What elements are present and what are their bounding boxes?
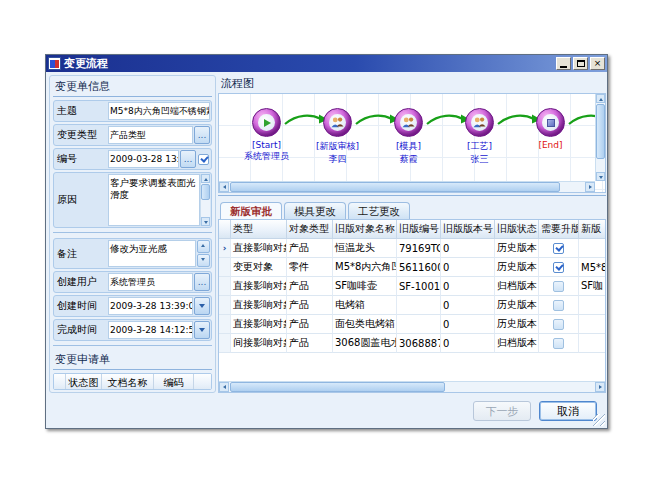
upgrade-checkbox[interactable] (553, 262, 564, 273)
spin-down-icon[interactable] (197, 254, 210, 267)
maximize-button[interactable] (573, 57, 588, 70)
field-reason: 原因 客户要求调整表面光滑度 (53, 172, 212, 228)
impact-table: 类型 对象类型 旧版对象名称 旧版编号 旧版版本号 旧版状态 需要升版 新版 ›… (218, 219, 606, 393)
upgrade-checkbox[interactable] (553, 338, 564, 349)
flow-node[interactable]: [模具] 蔡霞 (373, 108, 444, 166)
minimize-button[interactable] (556, 57, 571, 70)
upgrade-checkbox[interactable] (553, 319, 564, 330)
remark-textarea[interactable]: 修改为亚光感 (108, 240, 196, 267)
cell-old-status: 历史版本 (495, 239, 539, 258)
flow-node[interactable]: [End] (515, 108, 586, 166)
header-type[interactable]: 类型 (231, 220, 287, 239)
header-old-status[interactable]: 旧版状态 (495, 220, 539, 239)
flow-node[interactable]: [新版审核] 李四 (302, 108, 373, 166)
create-time-dropdown-button[interactable] (194, 297, 210, 315)
header-code[interactable]: 编码 (154, 374, 194, 390)
scroll-track[interactable] (596, 103, 605, 172)
scroll-track[interactable] (229, 382, 595, 392)
cell-obj-type: 产品 (287, 277, 333, 296)
flow-chart-title: 流程图 (218, 75, 606, 93)
titlebar[interactable]: 变更流程 × (46, 55, 607, 72)
scroll-thumb[interactable] (596, 104, 605, 159)
close-button[interactable]: × (590, 57, 605, 70)
finish-time-dropdown-button[interactable] (194, 321, 210, 339)
flow-node-ball (252, 108, 281, 137)
cancel-button[interactable]: 取消 (539, 401, 597, 421)
cell-obj-type: 产品 (287, 334, 333, 353)
scroll-down-icon[interactable] (201, 217, 210, 226)
table-row[interactable]: › 直接影响对象 产品 恒温龙头 79169TC 0 历史版本 (219, 239, 605, 258)
header-status-icon[interactable]: 状态图 (66, 374, 102, 390)
remark-label: 备注 (55, 240, 108, 267)
reason-textarea[interactable]: 客户要求调整表面光滑度 (108, 174, 200, 226)
change-info-panel: 变更单信息 主题 M5*8内六角凹端不锈钢紧固螺钉 变更类型 产品类型 ... … (49, 75, 216, 393)
header-new-name[interactable]: 新版 (579, 220, 606, 239)
field-create-user: 创建用户 系统管理员 ... (53, 271, 212, 293)
header-old-code[interactable]: 旧版编号 (397, 220, 441, 239)
table-row[interactable]: 直接影响对象 产品 面包类电烤箱 0 历史版本 (219, 315, 605, 334)
header-clipped (194, 374, 212, 390)
create-time-input[interactable]: 2009-3-28 13:39:01 (108, 297, 193, 315)
finish-time-input[interactable]: 2009-3-28 14:12:50 (108, 321, 193, 339)
resize-grip[interactable] (593, 414, 605, 426)
cell-old-ver: 0 (441, 334, 495, 353)
flow-nodes: [Start] 系统管理员 (231, 108, 586, 166)
change-type-picker-button[interactable]: ... (194, 126, 210, 144)
scroll-thumb[interactable] (201, 184, 210, 200)
tab[interactable]: 工艺更改 (348, 202, 410, 219)
create-user-picker-button[interactable]: ... (194, 273, 210, 291)
client-area: 变更单信息 主题 M5*8内六角凹端不锈钢紧固螺钉 变更类型 产品类型 ... … (46, 72, 607, 428)
cell-upgrade (539, 239, 579, 258)
scroll-track[interactable] (201, 183, 210, 217)
number-picker-button[interactable]: ... (180, 150, 196, 168)
tab[interactable]: 新版审批 (220, 202, 282, 219)
upgrade-checkbox[interactable] (553, 243, 564, 254)
flow-vscrollbar[interactable] (595, 94, 605, 181)
header-obj-type[interactable]: 对象类型 (287, 220, 333, 239)
scroll-thumb[interactable] (230, 382, 445, 392)
flow-hscrollbar[interactable] (219, 181, 595, 192)
header-upgrade[interactable]: 需要升版 (539, 220, 579, 239)
flow-node[interactable]: [工艺] 张三 (444, 108, 515, 166)
number-input[interactable]: 2009-03-28 13:39:01 (108, 150, 179, 168)
scroll-thumb[interactable] (230, 182, 560, 192)
cell-old-name: SF咖啡壶 (333, 277, 397, 296)
header-old-ver[interactable]: 旧版版本号 (441, 220, 495, 239)
subject-input[interactable]: M5*8内六角凹端不锈钢紧固螺钉 (108, 102, 210, 120)
scroll-right-icon[interactable] (595, 382, 605, 392)
cell-new-name: M5*8 (579, 258, 606, 277)
scroll-up-icon[interactable] (201, 174, 210, 183)
scroll-left-icon[interactable] (219, 182, 229, 192)
impact-table-empty-space (219, 353, 605, 381)
create-user-label: 创建用户 (55, 273, 108, 291)
scroll-up-icon[interactable] (596, 94, 605, 103)
flow-node[interactable]: [Start] 系统管理员 (231, 108, 302, 166)
change-type-input[interactable]: 产品类型 (108, 126, 193, 144)
table-row[interactable]: 直接影响对象 产品 SF咖啡壶 SF-1001 0 归档版本 SF咖 (219, 277, 605, 296)
row-indicator (219, 334, 231, 353)
tab[interactable]: 模具更改 (284, 202, 346, 219)
scroll-down-icon[interactable] (596, 172, 605, 181)
flow-node-face (400, 114, 417, 131)
header-doc-name[interactable]: 文档名称 (102, 374, 154, 390)
number-checkbox[interactable] (198, 154, 209, 165)
create-user-input[interactable]: 系统管理员 (108, 273, 193, 291)
table-row[interactable]: 变更对象 零件 M5*8内六角凹... 5611600 0 历史版本 M5*8 (219, 258, 605, 277)
upgrade-checkbox[interactable] (553, 300, 564, 311)
scroll-track[interactable] (229, 182, 585, 192)
upgrade-checkbox[interactable] (553, 281, 564, 292)
field-finish-time: 完成时间 2009-3-28 14:12:50 (53, 319, 212, 341)
header-old-name[interactable]: 旧版对象名称 (333, 220, 397, 239)
scroll-right-icon[interactable] (585, 182, 595, 192)
scroll-left-icon[interactable] (219, 382, 229, 392)
spin-up-icon[interactable] (197, 240, 210, 253)
cell-old-status: 归档版本 (495, 334, 539, 353)
table-row[interactable]: 直接影响对象 产品 电烤箱 0 历史版本 (219, 296, 605, 315)
cell-old-status: 归档版本 (495, 277, 539, 296)
impact-table-hscrollbar[interactable] (219, 381, 605, 392)
next-button[interactable]: 下一步 (473, 401, 531, 421)
table-row[interactable]: 间接影响对象 产品 3068圆盖电水壶 3068887 0 归档版本 (219, 334, 605, 353)
reason-scrollbar[interactable] (200, 174, 210, 226)
close-icon: × (594, 59, 602, 68)
reason-label: 原因 (55, 174, 108, 226)
